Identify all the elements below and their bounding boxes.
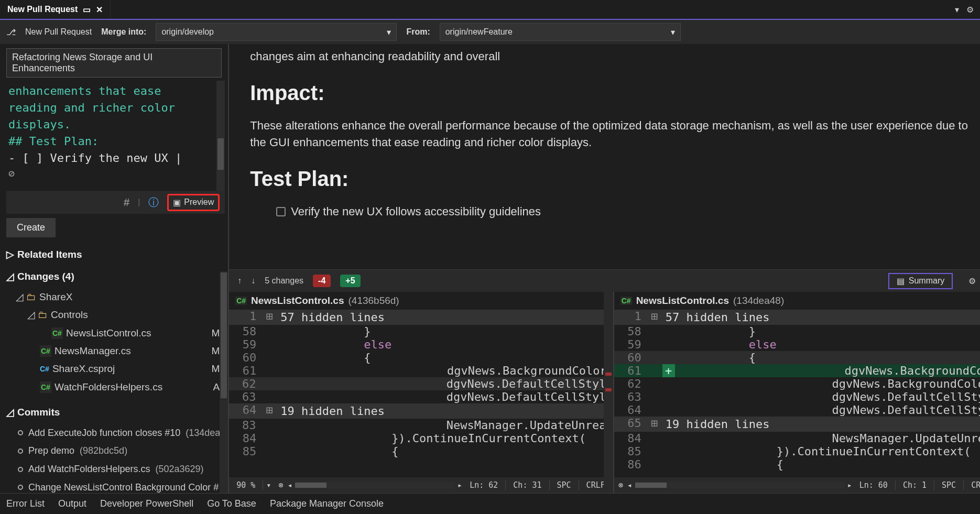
changes-tree: ▷Related Items ◿Changes (4) ◿🗀ShareX ◿🗀C… [0, 242, 228, 493]
code-text: dgvNews.DefaultCellStyl [662, 390, 980, 403]
bottom-tab[interactable]: Go To Base [207, 498, 256, 509]
editor-scrollbar[interactable] [216, 81, 225, 191]
tree-file[interactable]: C#NewsListControl.csM [4, 324, 228, 342]
task-item[interactable]: Verify the new UX follows accessibility … [276, 203, 977, 220]
editor-footer: # | ⓘ ▣ Preview [6, 191, 225, 214]
tree-folder[interactable]: ◿🗀Controls [4, 306, 228, 324]
gear-icon[interactable]: ⚙ [968, 276, 976, 286]
scroll-left-icon[interactable]: ◂ [287, 480, 292, 490]
gutter[interactable] [647, 351, 662, 364]
copilot-icon[interactable]: ⊘ [8, 166, 220, 181]
arrow-up-icon[interactable]: ↑ [237, 276, 242, 286]
line-number: 84 [614, 432, 647, 445]
create-button[interactable]: Create [6, 218, 56, 237]
gutter[interactable] [262, 325, 277, 338]
info-icon[interactable]: ⓘ [148, 195, 159, 210]
close-icon[interactable]: ✕ [96, 5, 103, 15]
code-text: { [277, 351, 613, 364]
gutter[interactable]: ⊞ [647, 417, 662, 432]
from-dropdown[interactable]: origin/newFeature ▾ [440, 23, 681, 41]
plus-icon: + [662, 364, 675, 377]
line-number: 62 [614, 377, 647, 390]
bottom-tab[interactable]: Error List [6, 498, 45, 509]
code-line: 63 dgvNews.DefaultCellStyle [229, 390, 613, 403]
gutter[interactable] [647, 403, 662, 417]
gutter[interactable] [647, 458, 662, 471]
gutter[interactable] [647, 390, 662, 403]
branch-icon[interactable]: ⎇ [6, 27, 16, 37]
gutter[interactable]: ⊞ [262, 403, 277, 419]
commit-row[interactable]: Change NewsListControl Background Color … [4, 478, 228, 493]
description-editor[interactable]: enhancements that easereading and richer… [6, 81, 225, 191]
preview-icon: ▣ [173, 198, 181, 207]
gutter[interactable] [261, 390, 277, 403]
gutter[interactable]: ⊞ [647, 310, 662, 325]
summary-button[interactable]: ▤ Summary [888, 273, 953, 289]
pin-icon[interactable]: ▭ [83, 5, 91, 15]
gutter[interactable] [261, 419, 277, 432]
gear-icon[interactable]: ⚙ [966, 5, 974, 15]
code-line: 62 dgvNews.BackgroundColor [614, 377, 980, 390]
tree-file[interactable]: C#NewsManager.csM [4, 342, 228, 360]
commits-header[interactable]: ◿Commits [4, 401, 228, 423]
changes-header[interactable]: ◿Changes (4) [4, 266, 228, 288]
gutter[interactable] [647, 377, 662, 390]
tree-file[interactable]: C#ShareX.csprojM [4, 360, 228, 378]
code-line: 83 NewsManager.UpdateUnread [229, 419, 613, 432]
col-indicator: Ch: 31 [506, 480, 549, 490]
code-line: 1⊞57 hidden lines [614, 310, 980, 325]
merge-into-dropdown[interactable]: origin/develop ▾ [156, 23, 397, 41]
gutter[interactable] [261, 377, 277, 390]
bottom-tab[interactable]: Developer PowerShell [100, 498, 193, 509]
tree-folder[interactable]: ◿🗀ShareX [4, 288, 228, 306]
scroll-right-icon[interactable]: ▸ [847, 480, 852, 490]
pr-title-input[interactable]: Refactoring News Storage and UI Enhancem… [6, 48, 222, 78]
health-icon[interactable]: ⊗ [274, 480, 287, 490]
code-right[interactable]: 1⊞57 hidden lines58 }59 else60 {61+ dgvN… [614, 310, 980, 477]
h-scrollbar[interactable] [295, 482, 454, 488]
commit-row[interactable]: Add ExecuteJob function closes #10 (134d… [4, 424, 228, 442]
left-scrollbar[interactable] [220, 271, 228, 493]
preview-button[interactable]: Preview [184, 198, 214, 207]
checkbox-icon[interactable] [276, 207, 286, 216]
gutter[interactable] [262, 364, 277, 377]
cs-icon: C# [620, 297, 632, 305]
gutter[interactable] [262, 338, 277, 351]
spc-indicator: SPC [550, 480, 579, 490]
commit-row[interactable]: Prep demo (982bdc5d) [4, 442, 228, 460]
bottom-tab[interactable]: Output [58, 498, 86, 509]
scroll-right-icon[interactable]: ▸ [458, 480, 462, 490]
chevron-down-icon[interactable]: ▾ [955, 5, 959, 15]
gutter[interactable] [647, 338, 662, 351]
tab-new-pr[interactable]: New Pull Request ▭ ✕ [0, 0, 111, 19]
gutter[interactable] [647, 432, 662, 445]
hash-icon[interactable]: # [124, 196, 129, 209]
file-name: NewsManager.cs [55, 343, 131, 359]
gutter[interactable] [262, 445, 277, 458]
h-scrollbar[interactable] [635, 482, 844, 488]
bottom-tab[interactable]: Package Manager Console [270, 498, 384, 509]
commit-row[interactable]: Add WatchFoldersHelpers.cs (502a3629) [4, 460, 228, 478]
chevron-down-icon[interactable]: ▾ [263, 480, 274, 490]
zoom-level[interactable]: 90 % [229, 480, 263, 490]
file-name: NewsListControl.cs [251, 295, 344, 307]
scroll-left-icon[interactable]: ◂ [627, 480, 632, 490]
gutter[interactable] [262, 432, 277, 445]
related-items-header[interactable]: ▷Related Items [4, 244, 228, 266]
pr-label[interactable]: New Pull Request [25, 27, 92, 37]
line-indicator: Ln: 60 [852, 480, 896, 490]
health-icon[interactable]: ⊗ [614, 480, 627, 490]
gutter[interactable] [647, 325, 662, 338]
from-label: From: [406, 27, 430, 37]
gutter[interactable]: ⊞ [262, 310, 277, 325]
minimap-left[interactable] [604, 292, 613, 493]
arrow-down-icon[interactable]: ↓ [251, 276, 255, 286]
gutter[interactable] [647, 364, 662, 377]
gutter[interactable] [647, 445, 662, 458]
code-left[interactable]: 1⊞57 hidden lines58 }59 else60 {61 dgvNe… [229, 310, 613, 477]
tree-file[interactable]: C#WatchFoldersHelpers.csA [4, 378, 228, 396]
description-preview: changes aim at enhancing readability and… [229, 44, 980, 269]
related-items-label: Related Items [17, 247, 82, 263]
gutter[interactable] [262, 351, 277, 364]
code-line: 85 }).ContinueInCurrentContext( [614, 445, 980, 458]
